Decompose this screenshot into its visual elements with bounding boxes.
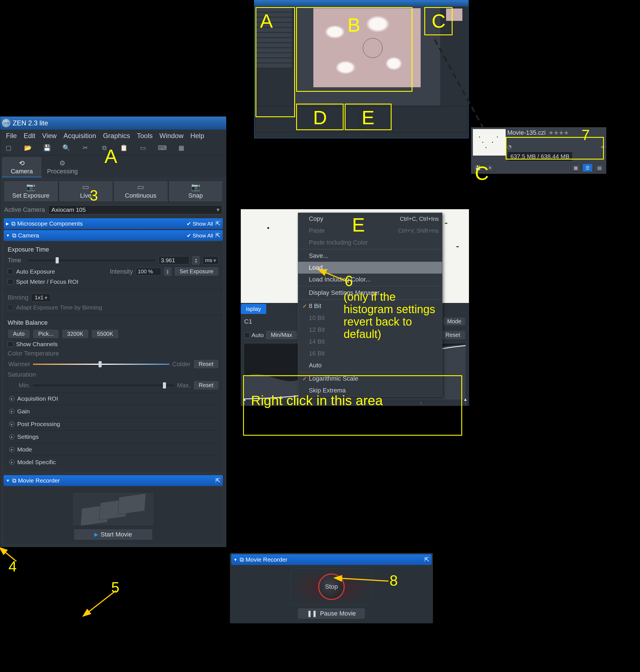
wb-auto-button[interactable]: Auto — [8, 329, 30, 338]
menu-file[interactable]: File — [2, 131, 20, 141]
display-tab[interactable]: isplay — [241, 304, 266, 314]
view-tiles-button[interactable]: ▦ — [570, 163, 581, 172]
play-icon: ▶ — [94, 531, 98, 538]
spot-meter-checkbox[interactable] — [8, 279, 13, 284]
wb-5500-button[interactable]: 5500K — [91, 329, 119, 338]
saturation-slider[interactable] — [33, 384, 174, 386]
camera-icon: 📷 — [4, 183, 58, 191]
new-icon[interactable]: ▢ — [4, 144, 13, 151]
active-camera-dropdown[interactable]: Axiocam 105 — [48, 205, 222, 214]
pause-movie-button[interactable]: ❚❚ Pause Movie — [297, 608, 365, 619]
search-icon[interactable]: 🔍 — [62, 144, 70, 151]
popout-icon[interactable]: ⇱ — [424, 556, 430, 563]
start-movie-button[interactable]: ▶ Start Movie — [74, 529, 153, 540]
workspace-icon[interactable]: ▭ — [139, 144, 147, 151]
color-temp-label: Color Temperature — [8, 350, 59, 357]
annotation-arrow-5 — [85, 591, 119, 616]
movie-recorder-label2: Movie Recorder — [246, 556, 287, 563]
mode-row[interactable]: ▸Mode — [8, 443, 219, 456]
intensity-input[interactable]: 100 % — [136, 268, 161, 276]
menu-tools[interactable]: Tools — [133, 131, 156, 141]
ctx-load[interactable]: Load... — [298, 262, 442, 274]
show-all-checkbox[interactable]: ✔ Show All — [187, 232, 213, 239]
video-rec-icon: ▭ — [114, 183, 168, 191]
adapt-checkbox — [8, 305, 13, 310]
movie-recorder-header[interactable]: ▼ ⧉ Movie Recorder ⇱ — [4, 475, 223, 486]
paste-icon[interactable]: 📋 — [119, 144, 128, 151]
movie-recorder-header2[interactable]: ▼ ⧉ Movie Recorder ⇱ — [231, 554, 432, 565]
ctx-load-color[interactable]: Load Including Color... — [298, 274, 442, 286]
ctx-auto[interactable]: Auto — [298, 360, 442, 371]
ctx-copy[interactable]: CopyCtrl+C, Ctrl+Ins — [298, 213, 442, 225]
menu-acquisition[interactable]: Acquisition — [60, 131, 100, 141]
mode-dropdown[interactable]: Mode — [443, 317, 466, 326]
binning-dropdown[interactable]: 1x1 — [31, 293, 51, 302]
menu-help[interactable]: Help — [187, 131, 207, 141]
file-rating[interactable]: ★★★★ — [549, 129, 569, 136]
set-exposure-button[interactable]: 📷 Set Exposure — [4, 181, 58, 202]
sat-min-label: Min. — [8, 382, 30, 389]
ctx-paste: PasteCtrl+V, Shift+Ins — [298, 225, 442, 237]
camera-header[interactable]: ▼ ⧉ Camera ✔ Show All ⇱ — [4, 230, 223, 241]
movie-recorder-label: Movie Recorder — [18, 477, 60, 484]
display-reset-button[interactable]: Reset — [440, 330, 466, 340]
menu-view[interactable]: View — [39, 131, 60, 141]
annotation-A: A — [260, 10, 273, 32]
wb-pick-button[interactable]: Pick... — [33, 329, 59, 338]
snap-button[interactable]: 📷 Snap — [169, 181, 223, 202]
acquisition-roi-row[interactable]: ▸Acquisition ROI — [8, 392, 219, 405]
tab-camera[interactable]: ⟲ Camera — [2, 157, 42, 177]
show-channels-label: Show Channels — [16, 341, 58, 348]
time-spinner[interactable]: ▴▾ — [192, 256, 200, 265]
camera-icon: ⟲ — [2, 159, 42, 167]
reset-ctemp-button[interactable]: Reset — [193, 360, 219, 369]
set-exposure-button2[interactable]: Set Exposure — [174, 267, 219, 276]
gain-row[interactable]: ▸Gain — [8, 405, 219, 418]
image-icon[interactable]: ▦ — [177, 144, 186, 151]
set-exposure-label: Set Exposure — [4, 192, 58, 199]
model-specific-row[interactable]: ▸Model Specific — [8, 456, 219, 468]
annotation-E: E — [362, 106, 374, 129]
microscope-components-header[interactable]: ▶ ⧉ Microscope Components ✔ Show All ⇱ — [4, 218, 223, 229]
display-auto-checkbox[interactable] — [244, 332, 250, 338]
display-panel: isplay C1 Mode Auto Min/Max Reset ▴ ▴ Co… — [241, 209, 469, 406]
show-channels-checkbox[interactable] — [8, 341, 13, 347]
file-thumbnail[interactable] — [473, 129, 506, 156]
wb-3200-button[interactable]: 3200K — [62, 329, 89, 338]
menu-graphics[interactable]: Graphics — [100, 131, 133, 141]
time-input[interactable]: 3.961 — [158, 256, 189, 265]
reset-sat-button[interactable]: Reset — [193, 381, 219, 390]
view-list-button[interactable]: ☰ — [582, 163, 593, 172]
popout-icon[interactable]: ⇱ — [215, 232, 220, 239]
time-unit-dropdown[interactable]: ms — [202, 256, 219, 265]
live-label: Live — [59, 192, 113, 199]
color-temp-slider[interactable] — [33, 364, 170, 365]
continuous-button[interactable]: ▭ Continuous — [114, 181, 168, 202]
settings-row[interactable]: ▸Settings — [8, 430, 219, 443]
minmax-button[interactable]: Min/Max — [265, 330, 297, 340]
save-icon[interactable]: 💾 — [43, 144, 51, 151]
tab-processing[interactable]: ⚙ Processing — [43, 157, 82, 177]
colder-label: Colder — [172, 361, 191, 368]
cut-icon[interactable]: ✂ — [81, 144, 89, 151]
live-button[interactable]: ▭ Live — [59, 181, 113, 202]
keyboard-icon[interactable]: ⌨ — [158, 144, 166, 151]
bluebar-icon: ⧉ — [12, 477, 16, 484]
view-compact-button[interactable]: ▤ — [594, 163, 605, 172]
menu-edit[interactable]: Edit — [20, 131, 39, 141]
open-icon[interactable]: 📂 — [24, 144, 32, 151]
ctx-save[interactable]: Save... — [298, 250, 442, 262]
movie-recorder-stop-panel: ▼ ⧉ Movie Recorder ⇱ Stop ❚❚ Pause Movie — [230, 553, 433, 624]
movie-frames-preview — [72, 492, 154, 526]
hist-handle-right[interactable]: ▴ — [464, 396, 467, 403]
annotation-arrow-4 — [2, 549, 19, 563]
expand-arrow-icon: ▼ — [233, 557, 237, 562]
show-all-checkbox[interactable]: ✔ Show All — [187, 220, 213, 227]
post-processing-row[interactable]: ▸Post Processing — [8, 418, 219, 430]
auto-exposure-checkbox[interactable] — [8, 269, 13, 275]
popout-icon[interactable]: ⇱ — [215, 220, 220, 227]
time-slider[interactable] — [27, 260, 156, 261]
intensity-spinner[interactable]: ▴▾ — [164, 267, 171, 276]
menu-window[interactable]: Window — [156, 131, 187, 141]
popout-icon[interactable]: ⇱ — [215, 477, 220, 484]
